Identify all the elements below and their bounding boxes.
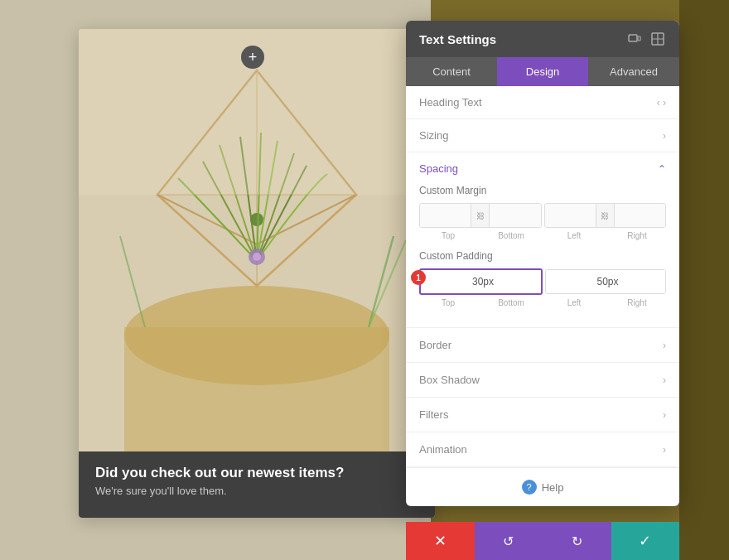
tab-advanced[interactable]: Advanced	[588, 57, 679, 86]
caption-title: Did you check out our newest items?	[95, 465, 418, 481]
card-caption: Did you check out our newest items? We'r…	[79, 451, 435, 518]
padding-left-input[interactable]	[546, 270, 667, 293]
spacing-chevron: ⌃	[658, 163, 666, 175]
margin-labels: Top Bottom Left Right	[419, 231, 666, 240]
border-label: Border	[419, 339, 451, 351]
padding-left-right-group: 🔗	[545, 269, 667, 294]
badge-container: 1	[411, 270, 426, 285]
heading-text-label: Heading Text	[419, 96, 482, 109]
heading-text-section[interactable]: Heading Text ‹ ›	[406, 86, 679, 119]
padding-inputs-row: 🔗 🔗	[419, 268, 666, 295]
caption-subtitle: We're sure you'll love them.	[95, 485, 418, 497]
svg-point-18	[253, 253, 261, 261]
box-shadow-chevron: ›	[663, 374, 666, 386]
panel-header-icons	[626, 31, 666, 47]
responsive-icon[interactable]	[626, 31, 643, 47]
redo-button[interactable]: ↻	[543, 522, 611, 560]
settings-panel: Text Settings Content Design Advanced	[406, 21, 679, 506]
save-button[interactable]: ✓	[611, 522, 680, 560]
panel-title: Text Settings	[419, 32, 496, 46]
content-card: Did you check out our newest items? We'r…	[79, 29, 435, 518]
border-chevron: ›	[663, 340, 666, 351]
margin-link-icon-2[interactable]: ⛓	[596, 204, 614, 227]
margin-top-bottom-group: ⛓	[419, 203, 542, 228]
margin-left-label: Left	[545, 231, 603, 240]
margin-link-icon-1[interactable]: ⛓	[471, 204, 489, 227]
animation-section[interactable]: Animation ›	[406, 432, 679, 467]
panel-body: Heading Text ‹ › Sizing › Spacing ⌃ Cust…	[406, 86, 679, 506]
margin-left-input[interactable]	[545, 204, 596, 227]
margin-top-input[interactable]	[420, 204, 471, 227]
undo-button[interactable]: ↺	[475, 522, 543, 560]
margin-inputs-row: ⛓ ⛓	[419, 203, 666, 228]
filters-section[interactable]: Filters ›	[406, 398, 679, 432]
sizing-section[interactable]: Sizing ›	[406, 119, 679, 152]
margin-right-input[interactable]	[614, 204, 665, 227]
panel-header: Text Settings	[406, 21, 679, 57]
tab-design[interactable]: Design	[497, 57, 588, 86]
layout-icon[interactable]	[649, 31, 666, 47]
padding-container: Custom Padding 1 🔗	[419, 250, 666, 307]
help-icon: ?	[522, 480, 537, 495]
spacing-section-header[interactable]: Spacing ⌃	[406, 152, 679, 185]
right-strip	[679, 0, 729, 560]
heading-text-chevron: ‹ ›	[657, 97, 666, 109]
sizing-label: Sizing	[419, 129, 448, 142]
padding-left-label: Left	[545, 298, 603, 307]
custom-margin-label: Custom Margin	[419, 185, 666, 196]
custom-padding-label: Custom Padding	[419, 250, 666, 262]
svg-rect-23	[629, 35, 637, 41]
filters-label: Filters	[419, 408, 448, 421]
padding-right-label: Right	[608, 298, 666, 307]
sizing-chevron: ›	[663, 130, 666, 142]
margin-top-label: Top	[419, 231, 477, 240]
spacing-label: Spacing	[419, 162, 458, 175]
margin-bottom-label: Bottom	[482, 231, 540, 240]
padding-badge: 1	[411, 270, 426, 285]
animation-label: Animation	[419, 443, 467, 456]
tab-content[interactable]: Content	[406, 57, 497, 86]
padding-top-label: Top	[419, 298, 477, 307]
padding-labels: Top Bottom Left Right	[419, 298, 666, 307]
margin-left-right-group: ⛓	[544, 203, 667, 228]
padding-top-bottom-group: 🔗	[419, 268, 543, 295]
spacing-section-container: Spacing ⌃ Custom Margin ⛓	[406, 152, 679, 328]
box-shadow-label: Box Shadow	[419, 374, 480, 386]
spacing-content: Custom Margin ⛓ ⛓	[406, 185, 679, 327]
filters-chevron: ›	[663, 409, 666, 421]
panel-tabs: Content Design Advanced	[406, 57, 679, 86]
add-block-button[interactable]: +	[241, 46, 264, 69]
svg-rect-2	[124, 327, 389, 451]
plant-illustration	[79, 29, 435, 451]
margin-right-label: Right	[608, 231, 666, 240]
bottom-bar: ✕ ↺ ↻ ✓	[406, 522, 679, 560]
cancel-button[interactable]: ✕	[406, 522, 475, 560]
help-row[interactable]: ? Help	[406, 467, 679, 506]
box-shadow-section[interactable]: Box Shadow ›	[406, 363, 679, 398]
padding-top-input[interactable]	[421, 270, 543, 293]
svg-rect-24	[638, 36, 640, 41]
margin-bottom-input[interactable]	[489, 204, 540, 227]
card-image	[79, 29, 435, 451]
border-section[interactable]: Border ›	[406, 328, 679, 363]
padding-bottom-label: Bottom	[482, 298, 540, 307]
animation-chevron: ›	[663, 444, 666, 456]
help-label: Help	[542, 481, 564, 494]
